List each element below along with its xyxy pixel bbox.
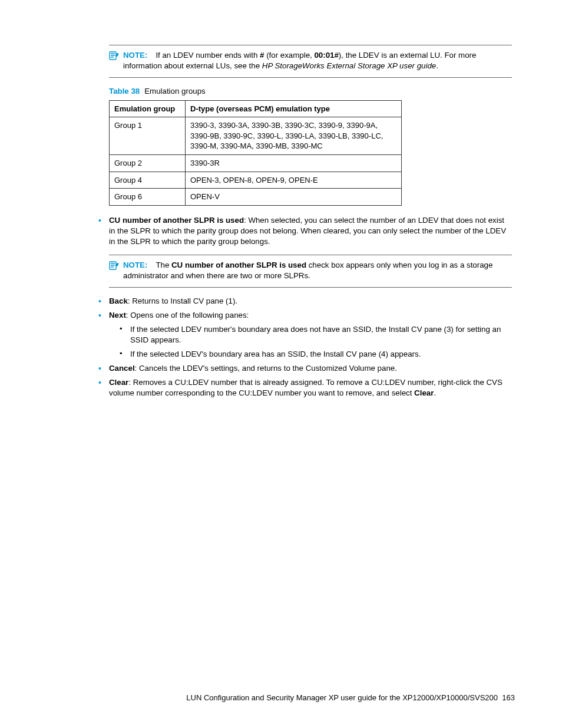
footer-title: LUN Configuration and Security Manager X…	[186, 693, 498, 702]
item-text: : Cancels the LDEV's settings, and retur…	[135, 364, 397, 373]
table-cell: Group 6	[110, 189, 186, 206]
note-icon	[109, 51, 123, 64]
note-label: NOTE:	[123, 261, 147, 269]
item-text: : Removes a CU:LDEV number that is alrea…	[109, 378, 503, 397]
table-number: Table 38	[109, 87, 140, 95]
item-label: CU number of another SLPR is used	[109, 216, 244, 225]
table-cell: OPEN-3, OPEN-8, OPEN-9, OPEN-E	[186, 172, 402, 189]
table-row: Group 6 OPEN-V	[110, 189, 402, 206]
emulation-groups-table: Emulation group D-type (overseas PCM) em…	[109, 100, 402, 206]
list-item: Clear: Removes a CU:LDEV number that is …	[98, 377, 512, 398]
list-item: Cancel: Cancels the LDEV's settings, and…	[98, 363, 512, 374]
table-row: Group 4 OPEN-3, OPEN-8, OPEN-9, OPEN-E	[110, 172, 402, 189]
page-content: NOTE:If an LDEV number ends with # (for …	[109, 45, 512, 398]
table-header-group: Emulation group	[110, 100, 186, 117]
item-text: : Returns to Install CV pane (1).	[128, 297, 237, 305]
note-text: NOTE:If an LDEV number ends with # (for …	[123, 50, 512, 71]
bullet-list: CU number of another SLPR is used: When …	[98, 215, 512, 398]
note-icon	[109, 261, 123, 274]
item-label: Next	[109, 311, 126, 319]
note-text: NOTE:The CU number of another SLPR is us…	[123, 260, 512, 281]
list-item: Back: Returns to Install CV pane (1).	[98, 296, 512, 307]
table-cell: Group 4	[110, 172, 186, 189]
table-header-type: D-type (overseas PCM) emulation type	[186, 100, 402, 117]
list-item: CU number of another SLPR is used: When …	[98, 215, 512, 288]
table-row: Group 1 3390-3, 3390-3A, 3390-3B, 3390-3…	[110, 117, 402, 155]
note-label: NOTE:	[123, 51, 147, 60]
table-cell: Group 1	[110, 117, 186, 155]
table-cell: 3390-3R	[186, 155, 402, 172]
sub-list-item: If the selected LDEV number's boundary a…	[120, 324, 512, 345]
table-row: Group 2 3390-3R	[110, 155, 402, 172]
item-label: Cancel	[109, 364, 135, 373]
item-text: : Opens one of the following panes:	[126, 311, 249, 319]
note-block-2: NOTE:The CU number of another SLPR is us…	[109, 255, 512, 288]
note-block-1: NOTE:If an LDEV number ends with # (for …	[109, 45, 512, 78]
list-item: Next: Opens one of the following panes: …	[98, 310, 512, 360]
table-caption: Table 38Emulation groups	[109, 86, 512, 97]
table-cell: Group 2	[110, 155, 186, 172]
item-label: Back	[109, 297, 128, 305]
table-title: Emulation groups	[144, 87, 205, 95]
sub-list-item: If the selected LDEV's boundary area has…	[120, 349, 512, 360]
page-number: 163	[502, 693, 515, 702]
table-cell: OPEN-V	[186, 189, 402, 206]
table-cell: 3390-3, 3390-3A, 3390-3B, 3390-3C, 3390-…	[186, 117, 402, 155]
page-footer: LUN Configuration and Security Manager X…	[186, 693, 515, 703]
item-label: Clear	[109, 378, 128, 387]
sub-list: If the selected LDEV number's boundary a…	[120, 324, 512, 360]
